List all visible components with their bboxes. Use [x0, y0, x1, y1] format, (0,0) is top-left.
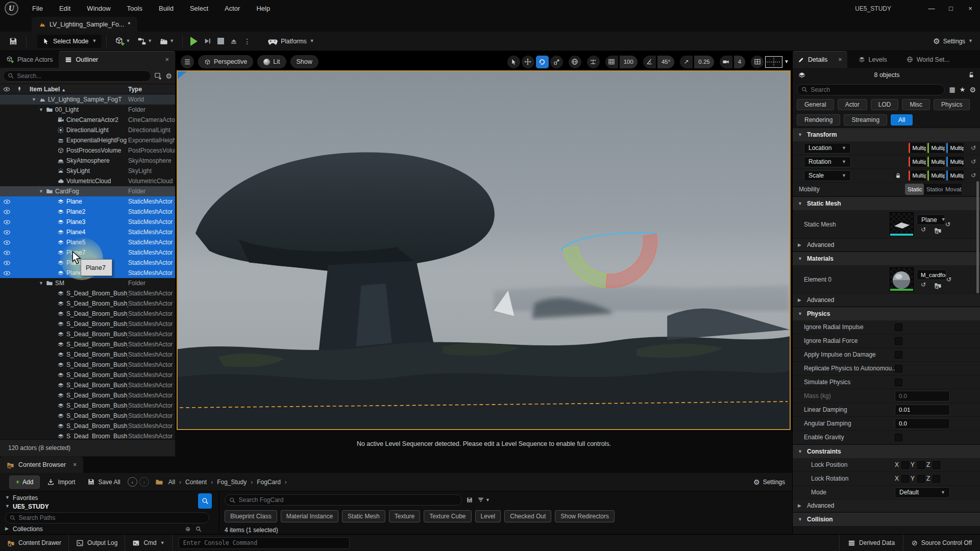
cinematics-button[interactable]: ▼	[156, 37, 178, 46]
close-button[interactable]: ×	[961, 0, 980, 17]
x-value-field[interactable]: Multiple Values	[909, 143, 926, 153]
outliner-row[interactable]: ▼ S_Dead_Broom_Bush_ StaticMeshActor	[0, 309, 175, 319]
outliner-row[interactable]: ▼ S_Dead_Broom_Bush_ StaticMeshActor	[0, 421, 175, 431]
rotation-snap-toggle[interactable]	[643, 56, 656, 68]
add-collection-icon[interactable]: ⊕	[185, 526, 190, 532]
grid-snap-value[interactable]: 100	[620, 56, 638, 68]
checkbox[interactable]	[895, 337, 902, 345]
filter-button[interactable]: Streaming	[844, 114, 887, 126]
rotation-snap-value[interactable]: 45°	[657, 56, 674, 68]
maximize-button[interactable]: □	[941, 0, 961, 17]
output-log-button[interactable]: Output Log	[69, 535, 125, 551]
outliner-row[interactable]: ▼ S_Dead_Broom_Bush_ StaticMeshActor	[0, 431, 175, 439]
filter-button[interactable]: LOD	[871, 99, 899, 110]
level-tab[interactable]: LV_Lighting_Sample_Fo... *	[32, 17, 137, 32]
view-mode-dropdown[interactable]: Lit	[257, 55, 286, 68]
breadcrumb-item[interactable]: All	[168, 479, 175, 486]
transform-axis-dropdown[interactable]: Rotation▼	[804, 157, 851, 167]
filter-chip[interactable]: Level	[475, 510, 501, 522]
z-value-field[interactable]: Multiple Values	[946, 143, 964, 153]
z-value-field[interactable]: Multiple Values	[946, 157, 964, 167]
axis-checkbox[interactable]	[933, 475, 940, 483]
menu-item[interactable]: Actor	[218, 3, 247, 14]
project-root-item[interactable]: ▼ UE5_STUDY	[0, 502, 219, 511]
transform-axis-dropdown[interactable]: Location▼	[804, 143, 851, 154]
tab-content-browser[interactable]: Content Browser ×	[0, 457, 83, 473]
forward-button[interactable]: ›	[139, 477, 149, 487]
frame-skip-button[interactable]	[201, 35, 214, 48]
filter-button[interactable]: Rendering	[797, 114, 840, 126]
tab-details[interactable]: Details ×	[793, 51, 847, 68]
outliner-row[interactable]: ▼ SkyAtmosphere SkyAtmosphere	[0, 156, 175, 166]
cmd-dropdown[interactable]: Cmd ▼	[125, 535, 172, 551]
value-field[interactable]: 0.01	[895, 405, 950, 415]
outliner-search-input[interactable]	[17, 72, 146, 80]
new-item-icon[interactable]	[154, 72, 162, 80]
surface-snap-button[interactable]	[587, 56, 600, 68]
close-tab-icon[interactable]: ×	[838, 56, 842, 63]
outliner-row[interactable]: ▼ DirectionalLight DirectionalLight	[0, 125, 175, 135]
outliner-row[interactable]: ▼ S_Dead_Broom_Bush_ StaticMeshActor	[0, 390, 175, 400]
viewport-layout-preview[interactable]	[765, 56, 782, 68]
eye-icon[interactable]	[3, 229, 11, 236]
content-drawer-button[interactable]: Content Drawer	[0, 535, 69, 551]
physics-section-header[interactable]: ▼ Physics	[793, 307, 980, 320]
eye-icon[interactable]	[3, 218, 11, 226]
reset-icon[interactable]: ↺	[971, 172, 976, 179]
sources-search-toggle-button[interactable]	[198, 493, 212, 509]
add-actor-button[interactable]: ▼	[111, 36, 134, 46]
camera-speed-value[interactable]: 4	[734, 56, 745, 68]
outliner-row[interactable]: ▼ ExponentialHeightFog ExponentialHeight…	[0, 135, 175, 145]
outliner-row[interactable]: ▼ S_Dead_Broom_Bush_ StaticMeshActor	[0, 400, 175, 411]
details-settings-gear-icon[interactable]: ⚙	[969, 86, 976, 93]
details-search[interactable]	[797, 84, 945, 95]
axis-checkbox[interactable]	[917, 475, 925, 483]
materials-advanced-toggle[interactable]: ▶ Advanced	[793, 294, 980, 307]
eye-icon[interactable]	[3, 239, 11, 246]
outliner-row[interactable]: ▼ S_Dead_Broom_Bush_ StaticMeshActor	[0, 380, 175, 390]
play-options-button[interactable]: ⋮	[240, 35, 254, 48]
outliner-row[interactable]: ▼ S_Dead_Broom_Bush_ StaticMeshActor	[0, 339, 175, 349]
filter-button[interactable]: Misc	[902, 99, 930, 110]
rotate-tool-button[interactable]	[536, 56, 549, 68]
camera-speed-button[interactable]	[720, 56, 732, 68]
import-button[interactable]: Import	[42, 478, 80, 486]
filter-chip[interactable]: Texture Cube	[424, 510, 471, 522]
menu-item[interactable]: Window	[80, 3, 117, 14]
menu-item[interactable]: Select	[183, 3, 215, 14]
y-value-field[interactable]: Multiple Values	[927, 157, 945, 167]
select-mode-dropdown[interactable]: Select Mode ▼	[37, 35, 102, 48]
scale-snap-value[interactable]: 0.25	[694, 56, 714, 68]
scale-tool-button[interactable]	[550, 56, 563, 68]
outliner-row[interactable]: ▼ 00_Light Folder	[0, 105, 175, 115]
search-icon[interactable]	[195, 526, 202, 532]
expander-icon[interactable]: ▼	[39, 108, 44, 112]
outliner-row[interactable]: ▼ S_Dead_Broom_Bush_ StaticMeshActor	[0, 349, 175, 360]
material-asset-field[interactable]: M_cardfog	[917, 269, 946, 280]
filter-button[interactable]: All	[891, 114, 913, 126]
reset-icon[interactable]: ↺	[945, 221, 950, 228]
mobility-option[interactable]: Stationary	[924, 184, 943, 195]
asset-search-input[interactable]	[238, 496, 457, 504]
checkbox[interactable]	[895, 323, 902, 331]
x-value-field[interactable]: Multiple Values	[909, 157, 926, 167]
save-button[interactable]	[5, 37, 21, 46]
tab-levels[interactable]: Levels	[853, 51, 892, 68]
type-column-header[interactable]: Type	[128, 86, 175, 93]
y-value-field[interactable]: Multiple Values	[927, 143, 945, 153]
checkbox[interactable]	[895, 379, 902, 386]
visibility-column-header[interactable]	[0, 86, 13, 93]
stop-button[interactable]	[214, 35, 227, 48]
lock-icon[interactable]	[895, 172, 901, 179]
outliner-row[interactable]: ▼ Plane StaticMeshActor	[0, 196, 175, 207]
tab-world-settings[interactable]: World Set...	[901, 51, 955, 68]
details-search-input[interactable]	[811, 86, 940, 93]
outliner-row[interactable]: ▼ SkyLight SkyLight	[0, 166, 175, 176]
save-all-button[interactable]: Save All	[82, 478, 125, 486]
save-search-icon[interactable]	[466, 496, 473, 504]
back-button[interactable]: ‹	[128, 477, 137, 487]
outliner-row[interactable]: ▼ S_Dead_Broom_Bush_ StaticMeshActor	[0, 370, 175, 380]
static-mesh-asset-dropdown[interactable]: Plane▼	[917, 214, 945, 225]
value-field[interactable]: 0.0	[895, 418, 950, 429]
menu-item[interactable]: Edit	[53, 3, 77, 14]
